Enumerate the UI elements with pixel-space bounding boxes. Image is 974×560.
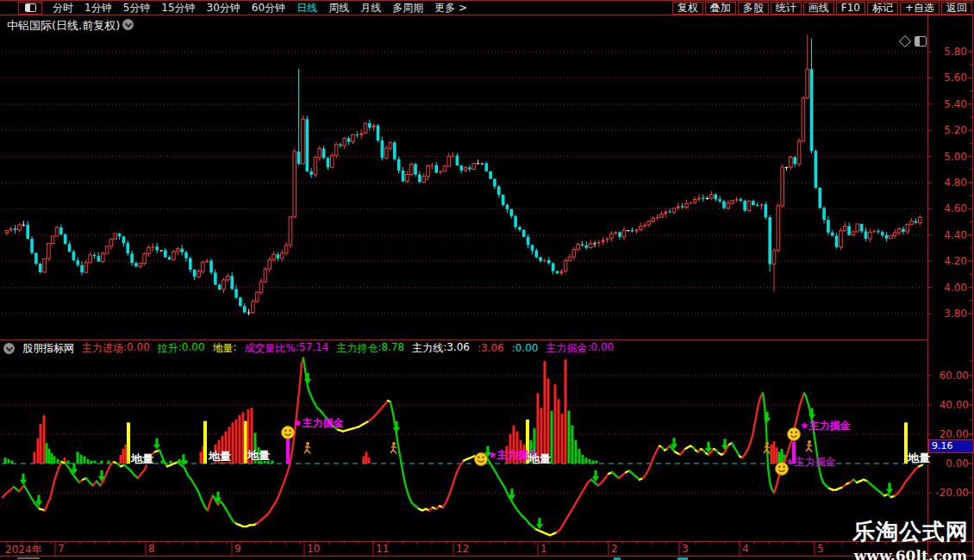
price-axis-label: 5.40	[929, 98, 967, 110]
watermark-site-name: 乐淘公式网	[852, 517, 969, 547]
low-volume-label: 地量	[131, 451, 153, 467]
signal-bar	[286, 439, 290, 464]
indicator-field-value: 0.00	[515, 342, 539, 354]
indicator-field-value: 8.78	[381, 341, 404, 356]
low-volume-label: 地量	[908, 451, 930, 466]
x-axis-month-label: 5	[817, 543, 824, 555]
indicator-field: 主力掘金: 0.00	[546, 341, 614, 356]
gold-signal-label: ★主力掘金	[800, 419, 851, 433]
watermark-url: www.60lt.com	[852, 547, 969, 560]
price-axis-label: 5.80	[929, 46, 967, 58]
walking-person-icon	[390, 442, 396, 454]
low-volume-label: 地量	[209, 449, 231, 464]
statusbar-fragment	[17, 557, 40, 559]
walking-person-icon	[806, 440, 812, 452]
price-axis-label: 5.60	[929, 72, 967, 84]
sell-arrow-icon	[153, 445, 160, 450]
indicator-field-value: 0.00	[591, 341, 615, 356]
watermark: 乐淘公式网 www.60lt.com	[852, 517, 969, 560]
x-axis-month-label: 11	[376, 543, 389, 555]
indicator-field: : 0.00	[512, 342, 539, 354]
chevron-down-icon[interactable]	[3, 343, 15, 354]
indicator-field: 主力进场: 0.00	[82, 341, 150, 356]
x-axis-month-label: 2	[611, 543, 618, 555]
indicator-axis-label: 20.00	[927, 428, 969, 440]
price-axis-label: 4.20	[929, 255, 967, 267]
indicator-axis-label: 0.00	[927, 457, 969, 470]
price-axis-label: 4.00	[929, 282, 967, 294]
price-axis-label: 4.60	[929, 202, 967, 215]
indicator-field: 拉升: 0.00	[158, 341, 205, 356]
x-axis-month-label: 1	[540, 543, 547, 555]
indicator-axis-label: 40.00	[927, 399, 969, 411]
chart-canvas[interactable]	[0, 0, 974, 560]
indicator-field-label: 成交量比%	[245, 341, 296, 356]
low-volume-label: 地量	[247, 448, 270, 464]
walking-person-icon	[304, 442, 310, 454]
price-axis-label: 3.80	[929, 308, 967, 320]
indicator-field-value: 0.00	[182, 341, 205, 356]
candles	[5, 34, 921, 315]
indicator-line	[3, 358, 922, 536]
indicator-field-value: 0.00	[127, 341, 150, 356]
indicator-field-label: 拉升	[158, 341, 178, 356]
x-axis-month-label: 7	[58, 543, 65, 555]
price-axis-label: 5.20	[929, 124, 967, 136]
price-axis-label: 4.80	[929, 177, 967, 189]
indicator-bars	[4, 359, 908, 464]
x-axis-month-label: 3	[682, 543, 689, 555]
smiley-icon	[788, 428, 801, 441]
x-axis-month-label: 8	[148, 543, 155, 555]
sell-arrow-icon	[304, 379, 311, 384]
indicator-field: 成交量比%: 57.14	[245, 341, 329, 356]
indicator-field: 主力线: 3.06	[412, 341, 470, 356]
price-axis-label: 5.00	[929, 151, 967, 163]
low-volume-label: 地量	[528, 451, 551, 467]
sell-arrow-icon	[393, 427, 400, 432]
x-axis-month-label: 10	[307, 543, 320, 555]
indicator-field-value: 3.06	[481, 342, 504, 354]
smiley-icon	[475, 453, 488, 466]
indicator-field-value: 57.14	[299, 341, 328, 356]
sell-arrow-icon	[536, 524, 543, 529]
x-axis-month-label: 4	[742, 543, 749, 555]
trading-app-window: 分时1分钟5分钟15分钟30分钟60分钟日线周线月线多周期更多 > 复权叠加多股…	[0, 0, 974, 560]
indicator-axis-label: 60.00	[927, 370, 969, 382]
sell-arrow-icon	[20, 480, 27, 485]
indicator-field-label: 主力进场	[82, 341, 123, 356]
price-axis-label: 4.40	[929, 229, 967, 241]
indicator-field-label: 主力掘金	[546, 341, 587, 356]
x-axis-month-label: 12	[456, 543, 469, 555]
indicator-axis-label: -20.00	[927, 487, 969, 499]
gold-signal-label: ★主力掘金	[293, 416, 344, 431]
x-axis-month-label: 9	[234, 543, 241, 555]
indicator-field-label: 地量	[213, 341, 234, 356]
indicator-field-label: 主力持仓	[336, 341, 378, 356]
indicator-field: 主力持仓: 8.78	[336, 341, 404, 356]
indicator-source: 股朋指标网	[22, 341, 74, 356]
indicator-header: 股朋指标网 主力进场: 0.00拉升: 0.00地量: 成交量比%: 57.14…	[0, 340, 927, 356]
indicator-field: : 3.06	[478, 342, 504, 354]
indicator-field: 地量:	[213, 341, 237, 356]
indicator-field-label: 主力线	[412, 341, 443, 356]
current-value-badge: 9.16	[928, 439, 974, 453]
gold-signal-label: ★主力掘金	[785, 455, 836, 470]
sell-arrow-icon	[764, 418, 771, 423]
indicator-field-value: 3.06	[446, 341, 470, 356]
x-axis-year-label: 2024年	[5, 543, 42, 557]
